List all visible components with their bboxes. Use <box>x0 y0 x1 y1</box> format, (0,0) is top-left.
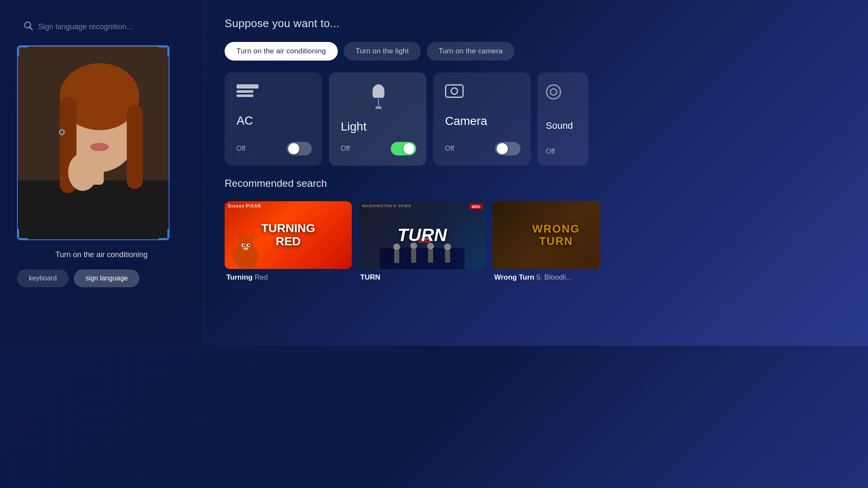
sound-inner-ring <box>550 88 557 96</box>
device-card-light: Light Off <box>329 72 426 166</box>
camera-toggle[interactable] <box>495 142 520 155</box>
recommended-title: Recommended search <box>225 177 600 189</box>
light-status: Off <box>341 145 350 152</box>
rec-thumb-wrong-turn: WRONGTURN <box>492 201 600 269</box>
light-device-name: Light <box>341 120 416 133</box>
svg-rect-14 <box>86 159 93 180</box>
keyboard-mode-button[interactable]: keyboard <box>17 269 69 287</box>
svg-point-22 <box>243 244 245 246</box>
wrong-turn-rest: 5: Bloodli... <box>534 273 572 281</box>
disney-pixar-badge: Disney·PIXAR <box>228 204 261 208</box>
sound-device-name: Sound <box>546 120 581 131</box>
svg-rect-33 <box>445 250 450 263</box>
ac-status: Off <box>236 145 245 152</box>
svg-rect-15 <box>93 163 100 181</box>
camera-person-view <box>18 46 169 239</box>
rec-card-turning-red[interactable]: Disney·PIXAR TURNINGRED <box>225 201 352 282</box>
ac-device-name: AC <box>236 114 312 128</box>
svg-line-1 <box>30 27 32 30</box>
left-panel: Sign language recognition... <box>0 0 203 346</box>
frame-corner-bl <box>18 229 28 239</box>
camera-icon <box>445 84 520 102</box>
light-bulb <box>373 84 384 98</box>
tab-camera[interactable]: Turn on the camera <box>427 42 515 61</box>
amc-badge: amc <box>470 204 482 209</box>
camera-toggle-knob <box>497 143 508 154</box>
suppose-title: Suppose you want to... <box>225 17 600 30</box>
tab-light[interactable]: Turn on the light <box>344 42 421 61</box>
svg-rect-31 <box>428 250 433 263</box>
ac-bar-3 <box>236 94 253 97</box>
light-toggle-knob <box>403 143 415 154</box>
search-icon <box>24 21 33 33</box>
camera-device-name: Camera <box>445 114 520 128</box>
svg-rect-8 <box>127 105 143 189</box>
recognition-label: Turn on the air conditioning <box>17 250 186 259</box>
rec-card-turn[interactable]: amc WASHINGTON'S SPIES TURN <box>359 201 486 282</box>
turning-red-character <box>229 227 263 269</box>
sound-status-row: Off <box>546 148 581 155</box>
frame-corner-br <box>159 229 169 239</box>
device-card-sound-partial: Sound Off <box>537 72 588 166</box>
svg-rect-13 <box>78 158 85 180</box>
light-base <box>376 106 381 109</box>
camera-frame <box>17 45 170 240</box>
sound-status: Off <box>546 148 555 155</box>
turn-label: TURN <box>359 273 486 282</box>
svg-point-10 <box>90 143 109 151</box>
wrong-turn-label: Wrong Turn 5: Bloodli... <box>492 273 600 282</box>
svg-marker-19 <box>248 231 254 239</box>
svg-point-44 <box>598 269 600 269</box>
wrong-turn-hand <box>590 227 600 269</box>
svg-rect-12 <box>70 160 78 180</box>
ac-bar-2 <box>236 90 253 93</box>
camera-status: Off <box>445 145 454 152</box>
turning-red-label: Turning Red <box>225 273 352 282</box>
svg-point-24 <box>243 247 248 250</box>
input-mode-buttons: keyboard sign language <box>17 269 186 287</box>
device-card-ac: AC Off <box>225 72 322 166</box>
device-cards: AC Off Light Off <box>225 72 600 166</box>
svg-rect-43 <box>599 265 600 269</box>
ac-toggle-knob <box>288 143 299 154</box>
rec-thumb-turning-red: Disney·PIXAR TURNINGRED <box>225 201 352 269</box>
svg-rect-25 <box>380 248 465 269</box>
light-icon <box>341 84 416 113</box>
turn-subtitle: WASHINGTON'S SPIES <box>362 204 411 208</box>
device-card-camera: Camera Off <box>433 72 531 166</box>
svg-rect-27 <box>394 250 399 263</box>
tab-ac[interactable]: Turn on the air conditioning <box>225 42 338 61</box>
svg-point-17 <box>238 238 253 253</box>
svg-marker-18 <box>237 231 244 239</box>
search-bar[interactable]: Sign language recognition... <box>17 17 186 37</box>
svg-point-23 <box>248 244 250 246</box>
sound-icon <box>546 84 581 104</box>
rec-cards: Disney·PIXAR TURNINGRED <box>225 201 600 282</box>
right-panel: Suppose you want to... Turn on the air c… <box>203 0 617 346</box>
wrong-turn-title: WRONGTURN <box>532 223 580 247</box>
svg-point-9 <box>59 130 64 135</box>
rec-thumb-turn: amc WASHINGTON'S SPIES TURN <box>359 201 486 269</box>
search-placeholder: Sign language recognition... <box>38 22 133 31</box>
ac-toggle[interactable] <box>287 142 312 155</box>
svg-rect-29 <box>411 249 416 263</box>
ac-bar-1 <box>236 84 259 89</box>
camera-status-row: Off <box>445 142 520 155</box>
turn-title: TURN <box>398 225 447 245</box>
rec-card-wrong-turn[interactable]: WRONGTURN Wrong Turn 5: Bloodli. <box>492 201 600 282</box>
frame-corner-tr <box>159 46 169 56</box>
light-stem <box>378 99 379 105</box>
turning-red-title: TURNINGRED <box>261 222 315 248</box>
light-toggle[interactable] <box>391 142 416 155</box>
turning-red-rest: Red <box>253 273 268 281</box>
turn-bold: TURN <box>360 273 380 281</box>
ac-icon <box>236 84 312 101</box>
sign-language-mode-button[interactable]: sign language <box>74 269 140 287</box>
ac-status-row: Off <box>236 142 312 155</box>
quick-tabs: Turn on the air conditioning Turn on the… <box>225 42 600 61</box>
light-status-row: Off <box>341 142 416 155</box>
wrong-turn-bold: Wrong Turn <box>494 273 534 281</box>
frame-corner-tl <box>18 46 28 56</box>
turning-red-bold: Turning <box>226 273 253 281</box>
svg-rect-3 <box>18 180 169 239</box>
